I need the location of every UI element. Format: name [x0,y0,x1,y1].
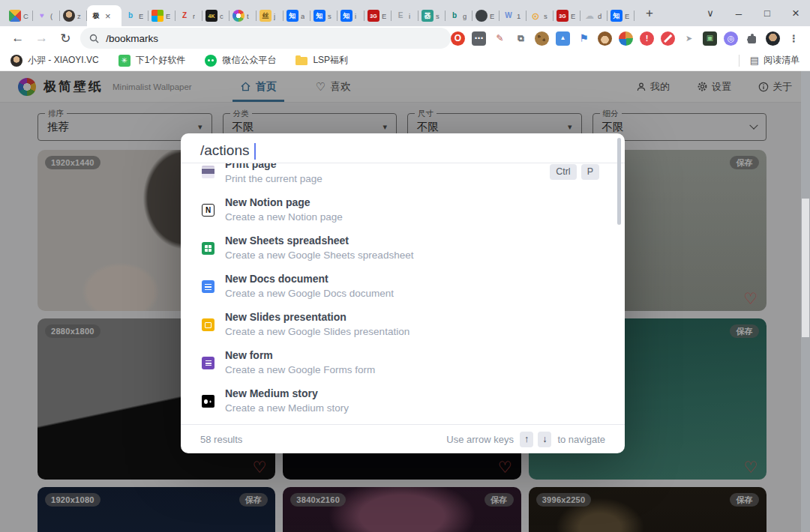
tab[interactable]: W 1 × [500,5,526,26]
tab-title: s [328,12,332,20]
tab[interactable]: E i × [392,5,418,26]
bookmark-favicon-icon [10,55,22,67]
result-item[interactable]: New Slides presentation Create a new Goo… [181,306,625,344]
tab[interactable]: ♥ ( × [33,5,60,26]
bookmark-favicon-icon: ✳ [118,55,130,67]
result-item-title: New Medium story [225,387,349,401]
address-bar[interactable]: /bookmarks [80,28,451,49]
extension-icon[interactable]: ▲ [556,31,570,46]
result-item[interactable]: New form Create a new Google Forms form [181,344,625,382]
tab[interactable]: E × [148,5,176,26]
tab-title: z [77,12,81,20]
divider [739,55,740,67]
tab[interactable]: 丝 j × [256,5,284,26]
tab[interactable]: ⊙ s × [526,5,554,26]
page-scrollbar[interactable] [801,71,810,532]
page-scrollbar-thumb[interactable] [802,199,809,337]
tab-favicon-icon: 知 [286,10,298,22]
tab-favicon-icon: b [124,10,136,22]
extension-icon[interactable]: O [451,31,465,46]
tab-favicon-icon: ♥ [36,10,48,22]
tab[interactable]: C × [6,5,33,26]
bookmark-label: LSP福利 [313,54,348,67]
tab-favicon-icon: 知 [340,10,352,22]
tab-search-icon[interactable]: ∨ [696,0,724,26]
maximize-button[interactable]: □ [753,0,782,26]
result-item[interactable]: New Docs document Create a new Google Do… [181,267,625,306]
tab[interactable]: 知 a × [284,5,310,26]
close-window-button[interactable]: × [782,0,810,26]
tab[interactable]: b E × [122,5,148,26]
tab[interactable]: 4K c × [202,5,230,26]
tab[interactable]: z × [60,5,87,26]
result-item-title: New Slides presentation [225,311,410,324]
result-item[interactable]: New Sheets spreadsheet Create a new Goog… [181,229,625,267]
tab[interactable]: 知 E × [608,5,634,26]
tab-list: C × ♥ ( × z × 极 × b E [6,0,634,26]
extension-icon[interactable]: ⋮ [787,31,801,46]
bookmark-item[interactable]: 小羿 - XIAOYI.VC [10,54,99,67]
extension-icon[interactable]: ⋯ [472,31,486,46]
bookmark-item[interactable]: 微信公众平台 [205,54,276,67]
tab[interactable]: Z r × [176,5,202,26]
tab-favicon-icon: W [502,10,514,22]
extension-icon[interactable]: ⚑ [577,31,591,46]
palette-input[interactable]: /actions [181,133,625,163]
extension-icon[interactable]: ▣ [703,31,717,46]
extension-icon[interactable]: ◎ [724,31,738,46]
extension-icon[interactable] [535,31,549,46]
extension-icon[interactable] [619,31,633,46]
extension-icon[interactable]: ! [640,31,654,46]
tab-favicon-icon [476,10,488,22]
minimize-button[interactable]: – [724,0,753,26]
result-item[interactable]: New Medium story Create a new Medium sto… [181,382,625,420]
extension-icon[interactable] [598,31,612,46]
tab-favicon-icon [9,10,21,22]
tab[interactable]: b g × [446,5,472,26]
tab-title: r [193,12,195,20]
tab[interactable]: ☁ d × [580,5,608,26]
reading-list-button[interactable]: ▤ 阅读清单 [750,54,800,67]
palette-scrollbar[interactable] [617,138,621,225]
result-item[interactable]: New Notion page Create a new Notion page [181,191,625,229]
tab-title: C [23,12,28,20]
shortcut-key: Ctrl [550,164,576,180]
tab-favicon-icon: b [448,10,460,22]
bookmark-item[interactable]: ✳ 下1个好软件 [118,54,186,67]
tab[interactable]: 知 s × [310,5,338,26]
reading-list-icon: ▤ [750,55,759,65]
navigation-hint: Use arrow keys ↑↓ to navigate [446,432,605,447]
tab[interactable]: 3G E × [364,5,392,26]
extension-icon[interactable]: ✎ [493,31,507,46]
tab[interactable]: 3G E × [554,5,580,26]
bookmark-label: 下1个好软件 [136,54,186,67]
reload-button[interactable]: ↻ [53,28,77,49]
results-count: 58 results [200,434,242,445]
bookmarks-bar: 小羿 - XIAOYI.VC ✳ 下1个好软件 微信公众平台 LSP福利 [0,50,810,71]
forward-button[interactable]: → [30,28,54,49]
tab[interactable]: 器 s × [418,5,446,26]
result-item-icon [202,357,214,369]
search-icon [89,34,99,43]
extension-icon[interactable] [745,31,759,46]
tab[interactable]: E × [472,5,500,26]
palette-results: Print page Print the current page CtrlP … [181,163,625,424]
tab-close-icon[interactable]: × [105,11,111,21]
result-item-text: New Docs document Create a new Google Do… [225,273,394,300]
back-button[interactable]: ← [6,28,30,49]
result-item[interactable]: Print page Print the current page CtrlP [181,163,625,191]
extension-icon[interactable] [766,31,780,46]
browser-toolbar: ← → ↻ /bookmarks O ⋯ ✎ ⧉ ▲ ⚑ ! ➤ [0,26,810,50]
extension-icon[interactable]: ⧉ [514,31,528,46]
extension-icon[interactable] [661,31,675,46]
tab-favicon-icon: 丝 [260,10,272,22]
tab-favicon-icon: 器 [422,10,434,22]
new-tab-button[interactable]: + [639,3,660,24]
tab[interactable]: 知 i × [338,5,364,26]
extension-icon[interactable]: ➤ [682,31,696,46]
tab[interactable]: t × [230,5,256,26]
tab-title: E [382,12,386,20]
bookmark-item[interactable]: LSP福利 [296,54,348,67]
tab[interactable]: 极 × [87,5,122,26]
result-item-text: New form Create a new Google Forms form [225,349,375,376]
